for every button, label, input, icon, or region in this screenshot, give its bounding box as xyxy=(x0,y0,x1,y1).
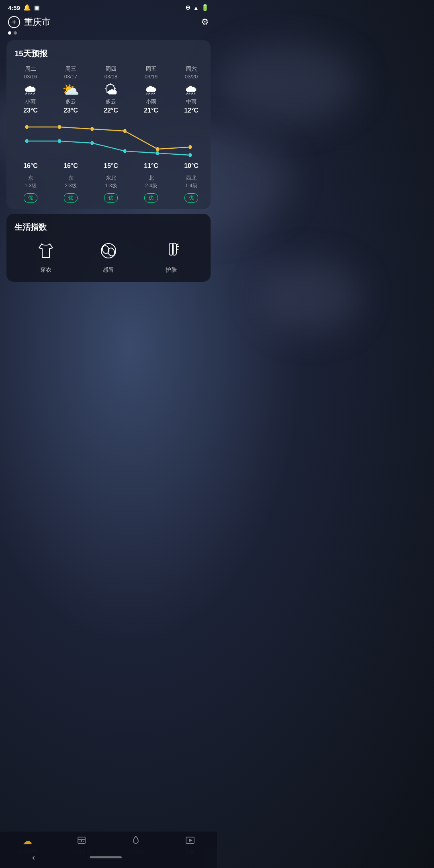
temperature-chart xyxy=(10,119,207,159)
svg-point-4 xyxy=(156,147,159,151)
status-bar: 4:59 🔔 ▣ ⊖ ▲ 🔋 xyxy=(0,0,217,14)
life-index-title: 生活指数 xyxy=(14,222,203,233)
gear-icon: ⚙ xyxy=(201,17,209,27)
wind-0: 东 1-3级 xyxy=(10,174,51,189)
page-dots xyxy=(0,30,217,36)
svg-line-17 xyxy=(176,244,178,245)
cold-icon xyxy=(98,241,119,263)
quality-row: 优 优 优 优 优 优 xyxy=(6,189,211,203)
forecast-scroll[interactable]: 周二 03/16 🌧 小雨 23°C 周三 03/17 ⛅ 多云 23°C 周四… xyxy=(6,66,211,203)
settings-button[interactable]: ⚙ xyxy=(201,17,209,27)
notification-icon: 🔔 xyxy=(23,4,31,11)
dnd-icon: ⊖ xyxy=(185,4,190,11)
svg-point-11 xyxy=(188,153,192,157)
dot-inactive xyxy=(14,31,17,35)
svg-point-9 xyxy=(123,149,127,153)
svg-point-2 xyxy=(90,127,94,131)
quality-2: 优 xyxy=(91,193,131,203)
status-right: ⊖ ▲ 🔋 xyxy=(185,4,209,11)
svg-line-18 xyxy=(176,246,179,247)
temp-chart-container xyxy=(6,119,211,159)
sim-icon: ▣ xyxy=(34,4,39,11)
svg-point-3 xyxy=(123,129,127,133)
life-index-icons: 穿衣 感冒 xyxy=(14,241,203,274)
svg-point-12 xyxy=(101,244,116,258)
low-temp-0: 16°C xyxy=(10,162,51,170)
life-item-cold[interactable]: 感冒 xyxy=(98,241,119,274)
wifi-icon: ▲ xyxy=(193,4,199,11)
wind-1: 东 2-3级 xyxy=(51,174,91,189)
forecast-day-3: 周五 03/19 🌧 小雨 21°C xyxy=(131,66,171,115)
forecast-card: 15天预报 周二 03/16 🌧 小雨 23°C 周三 03/17 ⛅ 多云 2… xyxy=(6,40,211,209)
svg-point-0 xyxy=(25,125,29,129)
status-time: 4:59 xyxy=(8,4,20,11)
wind-4: 西北 1-4级 xyxy=(171,174,211,189)
forecast-day-0: 周二 03/16 🌧 小雨 23°C xyxy=(10,66,51,115)
plus-icon: + xyxy=(12,18,16,27)
forecast-days-row: 周二 03/16 🌧 小雨 23°C 周三 03/17 ⛅ 多云 23°C 周四… xyxy=(6,66,211,115)
top-bar: + 重庆市 ⚙ xyxy=(0,14,217,30)
clothing-label: 穿衣 xyxy=(40,266,51,274)
clothing-icon xyxy=(36,241,56,263)
city-name: 重庆市 xyxy=(24,16,51,28)
forecast-day-4: 周六 03/20 🌧 中雨 12°C xyxy=(171,66,211,115)
svg-point-10 xyxy=(156,151,159,155)
low-temp-3: 11°C xyxy=(131,162,171,170)
quality-3: 优 xyxy=(131,193,171,203)
forecast-day-2: 周四 03/18 🌤 多云 22°C xyxy=(91,66,131,115)
dot-active xyxy=(8,31,11,35)
forecast-day-1: 周三 03/17 ⛅ 多云 23°C xyxy=(51,66,91,115)
low-temp-1: 16°C xyxy=(51,162,91,170)
low-temp-row: 16°C 16°C 15°C 11°C 10°C 9°C xyxy=(6,161,211,170)
svg-point-7 xyxy=(58,139,61,143)
skincare-label: 护肤 xyxy=(166,266,177,274)
life-item-skincare[interactable]: 护肤 xyxy=(161,241,181,274)
svg-point-1 xyxy=(58,125,61,129)
status-left: 4:59 🔔 ▣ xyxy=(8,4,39,11)
quality-4: 优 xyxy=(171,193,211,203)
forecast-title: 15天预报 xyxy=(6,48,211,66)
quality-0: 优 xyxy=(10,193,51,203)
svg-point-5 xyxy=(188,145,192,149)
wind-3: 北 2-4级 xyxy=(131,174,171,189)
low-temp-4: 10°C xyxy=(171,162,211,170)
svg-point-6 xyxy=(25,139,29,143)
wind-2: 东北 1-3级 xyxy=(91,174,131,189)
battery-icon: 🔋 xyxy=(201,4,209,11)
quality-1: 优 xyxy=(51,193,91,203)
low-temp-2: 15°C xyxy=(91,162,131,170)
cold-label: 感冒 xyxy=(103,266,114,274)
top-bar-left: + 重庆市 xyxy=(8,16,51,28)
wind-row: 东 1-3级 东 2-3级 东北 1-3级 北 2-4级 西北 1-4级 xyxy=(6,170,211,189)
skincare-icon xyxy=(161,241,181,263)
add-city-button[interactable]: + xyxy=(8,16,20,28)
svg-point-8 xyxy=(90,141,94,145)
life-item-clothing[interactable]: 穿衣 xyxy=(36,241,56,274)
life-index-card: 生活指数 穿衣 感冒 xyxy=(6,214,211,282)
